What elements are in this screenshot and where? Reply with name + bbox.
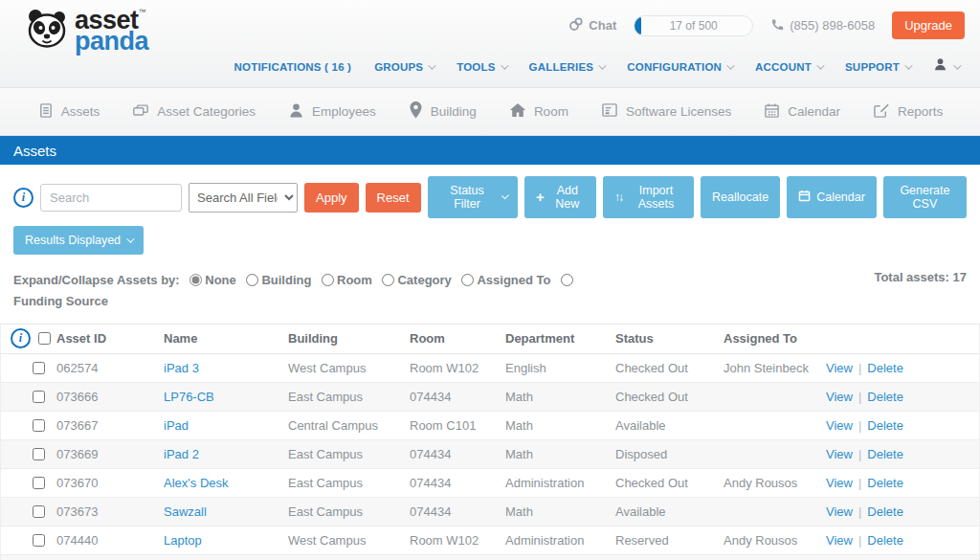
module-software-licenses[interactable]: Software Licenses <box>591 97 741 126</box>
chevron-down-icon <box>816 61 824 69</box>
select-all-checkbox[interactable] <box>38 332 51 345</box>
upgrade-button[interactable]: Upgrade <box>892 11 965 39</box>
radio-category[interactable] <box>382 274 394 286</box>
table-row: 073669 iPad 2 East Campus 074434 Math Di… <box>1 439 979 468</box>
user-menu[interactable] <box>933 57 959 76</box>
status-filter-button[interactable]: Status Filter <box>428 176 519 218</box>
row-checkbox[interactable] <box>33 477 45 489</box>
nav-notifications[interactable]: NOTIFICATIONS ( 16 ) <box>234 61 352 73</box>
cell-assigned-to <box>720 382 822 411</box>
view-link[interactable]: View <box>826 418 853 433</box>
radio-none[interactable] <box>189 274 202 286</box>
module-calendar[interactable]: Calendar <box>754 97 850 127</box>
delete-link[interactable]: Delete <box>867 361 903 375</box>
cell-room: Room W101 <box>406 554 501 560</box>
search-input[interactable] <box>40 184 182 212</box>
cell-status: Available <box>612 497 720 526</box>
cell-department: English <box>501 353 612 382</box>
reallocate-button[interactable]: Reallocate <box>701 176 780 218</box>
nav-groups[interactable]: GROUPS <box>374 61 434 73</box>
column-room: Room <box>406 325 501 353</box>
info-icon[interactable]: i <box>13 188 33 208</box>
view-link[interactable]: View <box>826 447 853 461</box>
add-new-button[interactable]: + Add New <box>524 176 596 218</box>
cell-status: Checked Out <box>612 353 720 382</box>
table-info-icon[interactable]: i <box>11 328 31 348</box>
chat-label: Chat <box>589 18 616 33</box>
cell-building: West Campus <box>284 554 406 560</box>
chat-button[interactable]: Chat <box>568 16 616 34</box>
chat-icon <box>568 16 584 34</box>
cell-department: Math <box>501 382 612 411</box>
cell-building: East Campus <box>284 468 406 497</box>
delete-link[interactable]: Delete <box>867 504 903 519</box>
row-checkbox[interactable] <box>33 448 45 460</box>
results-displayed-button[interactable]: Results Displayed <box>13 226 144 255</box>
nav-tools[interactable]: TOOLS <box>457 61 505 73</box>
cell-room: Room W102 <box>406 353 501 382</box>
module-asset-categories[interactable]: Asset Categories <box>122 97 265 126</box>
calendar-icon <box>764 102 780 122</box>
module-employees[interactable]: Employees <box>278 97 386 127</box>
radio-funding-source[interactable] <box>561 274 573 286</box>
delete-link[interactable]: Delete <box>867 533 903 548</box>
cell-building: East Campus <box>284 497 406 526</box>
calendar-icon <box>798 190 811 205</box>
nav-support[interactable]: SUPPORT <box>845 61 910 73</box>
asset-name-link[interactable]: LP76-CB <box>164 390 214 404</box>
row-checkbox[interactable] <box>33 505 45 518</box>
view-link[interactable]: View <box>826 390 853 404</box>
import-assets-button[interactable]: ↑↓ Import Assets <box>603 176 694 218</box>
delete-link[interactable]: Delete <box>867 476 903 490</box>
apply-button[interactable]: Apply <box>304 183 359 213</box>
row-checkbox[interactable] <box>33 419 45 432</box>
chevron-down-icon <box>501 61 508 69</box>
module-room[interactable]: Room <box>500 97 578 126</box>
row-checkbox[interactable] <box>33 391 45 403</box>
module-assets[interactable]: Assets <box>28 97 110 127</box>
assets-icon <box>37 102 54 122</box>
column-building: Building <box>284 325 406 353</box>
cell-room: 074434 <box>406 468 501 497</box>
radio-assigned-to[interactable] <box>461 274 474 286</box>
nav-account[interactable]: ACCOUNT <box>755 61 822 73</box>
user-icon <box>933 57 947 76</box>
reports-icon <box>873 102 890 122</box>
module-reports[interactable]: Reports <box>863 97 952 127</box>
cell-room: 074434 <box>406 497 501 526</box>
asset-name-link[interactable]: iPad 2 <box>164 447 199 461</box>
asset-name-link[interactable]: iPad 3 <box>164 361 199 375</box>
cell-department: Administration <box>501 468 612 497</box>
software-licenses-icon <box>601 102 618 121</box>
view-link[interactable]: View <box>826 476 853 490</box>
module-building[interactable]: Building <box>399 96 486 127</box>
asset-name-link[interactable]: iPad <box>164 418 189 433</box>
search-field-select[interactable]: Search All Fields <box>189 183 298 213</box>
asset-name-link[interactable]: Laptop <box>164 533 202 548</box>
view-link[interactable]: View <box>826 361 853 375</box>
nav-configuration[interactable]: CONFIGURATION <box>627 61 732 73</box>
calendar-button[interactable]: Calendar <box>787 176 877 218</box>
asset-name-link[interactable]: Alex's Desk <box>164 476 229 490</box>
delete-link[interactable]: Delete <box>867 418 903 433</box>
generate-csv-button[interactable]: Generate CSV <box>883 176 967 218</box>
asset-panda-logo[interactable]: asset™ panda <box>25 8 148 54</box>
cell-department: Math <box>501 497 612 526</box>
cell-assigned-to: John Steinbeck <box>720 353 822 382</box>
delete-link[interactable]: Delete <box>867 447 903 461</box>
view-link[interactable]: View <box>826 504 853 519</box>
radio-room[interactable] <box>322 274 334 286</box>
reset-button[interactable]: Reset <box>366 183 421 213</box>
column-department: Department <box>501 325 612 353</box>
radio-building[interactable] <box>246 274 258 286</box>
row-checkbox[interactable] <box>33 362 45 374</box>
delete-link[interactable]: Delete <box>867 390 903 404</box>
row-checkbox[interactable] <box>33 534 45 547</box>
cell-assigned-to <box>720 554 822 560</box>
table-row: 073666 LP76-CB East Campus 074434 Math C… <box>1 382 979 411</box>
cell-building: West Campus <box>284 353 406 382</box>
asset-name-link[interactable]: Sawzall <box>164 504 207 519</box>
cell-asset-id: 073670 <box>53 468 160 497</box>
nav-galleries[interactable]: GALLERIES <box>529 61 605 73</box>
view-link[interactable]: View <box>826 533 853 548</box>
